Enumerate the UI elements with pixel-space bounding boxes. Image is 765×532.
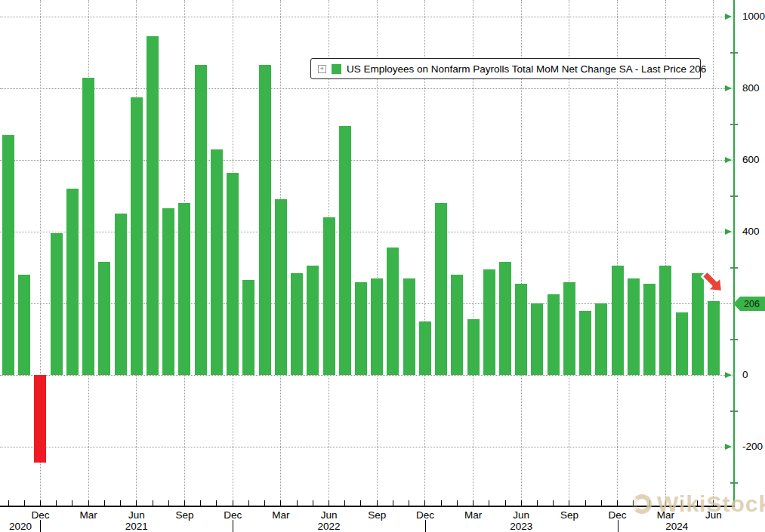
bar-nov-2021 [211,149,223,375]
month-label: Jun [128,509,145,521]
y-axis-line [733,0,735,506]
month-tick [200,500,201,506]
bar-dec-2022 [419,321,431,375]
y-axis-minor-tick [730,195,738,197]
month-tick [649,500,650,506]
month-tick [280,500,281,506]
bar-feb-2022 [259,65,271,375]
x-axis-line [0,506,735,507]
month-tick [521,500,522,506]
month-tick [424,500,425,506]
year-label: 2021 [125,521,148,532]
bar-may-2021 [115,214,127,375]
month-label: Mar [464,509,482,521]
month-tick [537,500,538,506]
bar-oct-2020 [2,135,14,375]
month-tick [409,500,409,506]
last-price-tag: 206 [733,297,765,311]
month-label: Jun [321,509,338,521]
month-tick [441,500,442,506]
month-label: Mar [657,509,674,521]
bar-feb-2024 [643,284,655,375]
y-axis-minor-tick [730,482,738,484]
bar-oct-2022 [387,248,399,375]
legend-box: + US Employees on Nonfarm Payrolls Total… [310,58,701,79]
bar-nov-2020 [18,275,30,375]
bar-jan-2022 [242,280,254,375]
year-label: 2020 [9,521,32,532]
grid-hline [0,447,734,447]
grid-hline [0,17,734,17]
bar-feb-2023 [451,275,463,375]
y-axis-tick-arrow-icon [725,157,732,163]
legend-series-swatch-icon [332,64,341,74]
month-tick [136,500,137,506]
month-tick [153,500,153,506]
y-axis-tick-arrow-icon [725,444,732,450]
bar-may-2023 [499,262,511,375]
bar-mar-2023 [467,319,480,375]
month-tick [24,500,25,506]
bar-aug-2022 [355,282,367,376]
bar-may-2022 [307,266,319,375]
bar-apr-2023 [483,269,495,375]
last-price-value: 206 [744,299,760,309]
bar-jun-2021 [131,97,143,375]
y-axis-label: -200 [742,441,763,453]
month-tick [360,500,361,506]
y-axis-label: 600 [742,154,760,166]
bar-jan-2021 [51,233,63,375]
month-tick [681,500,682,506]
y-axis-label: 0 [742,369,748,381]
grid-hline [0,160,734,161]
month-tick [553,500,554,506]
year-label: 2022 [318,521,341,532]
grid-hline [0,88,734,89]
month-tick [617,500,618,506]
bar-aug-2021 [162,208,174,375]
month-tick [184,500,185,506]
y-axis-label: 1000 [742,11,765,23]
bar-nov-2023 [595,303,607,375]
month-label: Sep [175,509,193,521]
month-tick [393,500,393,506]
y-axis-minor-tick [730,52,738,54]
month-tick [473,500,473,506]
y-axis-tick-arrow-icon [725,372,732,378]
bar-dec-2021 [227,173,239,375]
month-label: Mar [272,509,289,521]
y-axis-tick-arrow-icon [725,85,732,91]
month-tick [601,500,602,506]
grid-hline [0,375,734,376]
month-label: Sep [368,509,386,521]
legend-expander-icon[interactable]: + [318,65,326,73]
month-tick [56,500,57,506]
month-tick [120,500,121,506]
month-tick [8,500,9,506]
year-separator [618,520,618,532]
month-tick [313,500,313,506]
bar-jan-2023 [435,203,447,375]
y-axis-tick-arrow-icon [725,14,732,20]
year-separator [40,520,41,532]
bar-mar-2021 [82,78,94,375]
y-axis-minor-tick [730,411,738,412]
bar-nov-2022 [403,278,415,375]
month-label: Jun [705,509,722,521]
bar-jul-2022 [339,126,351,375]
y-axis-tick-arrow-icon [725,229,732,235]
year-separator [425,520,426,532]
month-tick [569,500,569,506]
bar-sep-2023 [563,282,575,376]
bar-sep-2022 [371,278,383,375]
y-axis-minor-tick [730,339,738,340]
watermark: WikiStock [632,491,765,517]
month-label: Mar [80,509,97,521]
month-label: Dec [416,509,434,521]
year-label: 2023 [510,521,532,532]
year-separator [233,520,233,532]
month-tick [697,500,698,506]
bar-oct-2021 [195,65,207,375]
bar-jun-2023 [515,284,527,375]
month-tick [233,500,233,506]
